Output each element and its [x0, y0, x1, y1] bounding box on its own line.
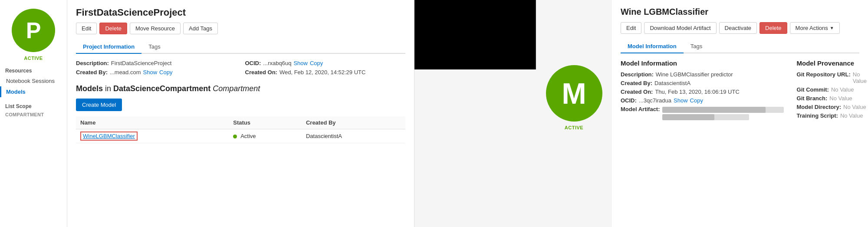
created-on-value: Wed, Feb 12, 2020, 14:52:29 UTC — [279, 69, 366, 76]
model-created-on-value: Thu, Feb 13, 2020, 16:06:19 UTC — [655, 89, 739, 95]
artifact-progress-fill-2 — [662, 114, 714, 120]
model-created-on-row: Created On: Thu, Feb 13, 2020, 16:06:19 … — [621, 89, 784, 95]
table-row: WineLGBMClassifier Active DatascientistA — [76, 129, 405, 143]
created-by-label: Created By: — [76, 69, 108, 76]
black-overlay — [414, 0, 536, 69]
model-name-cell: WineLGBMClassifier — [76, 129, 229, 143]
detail-delete-button[interactable]: Delete — [760, 22, 787, 34]
detail-download-button[interactable]: Download Model Artifact — [644, 22, 716, 34]
project-tabs: Project Information Tags — [76, 40, 405, 54]
created-by-show-link[interactable]: Show — [143, 69, 158, 76]
detail-content: Model Information Description: Wine LGBM… — [621, 59, 859, 122]
model-created-by-row: Created By: DatascientistA — [621, 80, 784, 86]
tab-model-information[interactable]: Model Information — [621, 40, 684, 53]
model-ocid-value: ...3qc7iradua — [639, 97, 671, 104]
resources-label: Resources — [0, 61, 67, 76]
sidebar: P ACTIVE Resources Notebook Sessions Mod… — [0, 0, 67, 227]
compartment-label: COMPARTMENT — [0, 111, 67, 118]
model-ocid-show-link[interactable]: Show — [674, 97, 688, 104]
training-script-row: Training Script: No Value — [797, 112, 867, 119]
sidebar-item-models[interactable]: Models — [0, 86, 67, 97]
git-branch-label: Git Branch: — [797, 95, 828, 102]
model-provenance-section: Model Provenance Git Repository URL: No … — [797, 59, 867, 122]
git-commit-value: No Value — [831, 86, 854, 93]
edit-button[interactable]: Edit — [76, 23, 97, 34]
model-created-by-cell: DatascientistA — [302, 129, 405, 143]
tab-project-information[interactable]: Project Information — [76, 40, 141, 54]
project-avatar: P — [12, 9, 55, 52]
model-status-cell: Active — [229, 129, 302, 143]
artifact-progress-bar-2 — [662, 114, 749, 120]
tab-model-tags[interactable]: Tags — [684, 40, 709, 53]
model-ocid-label: OCID: — [621, 97, 637, 104]
model-dir-label: Model Directory: — [797, 104, 842, 110]
project-status: ACTIVE — [24, 56, 43, 61]
tab-tags[interactable]: Tags — [141, 40, 167, 54]
detail-panel: Wine LGBMClassifier Edit Download Model … — [612, 0, 868, 227]
model-artifact-label: Model Artifact: — [621, 106, 660, 120]
model-info-section-title: Model Information — [621, 59, 784, 67]
detail-title: Wine LGBMClassifier — [621, 7, 859, 17]
model-provenance-section-title: Model Provenance — [797, 59, 867, 67]
main-left-panel: FirstDataScienceProject Edit Delete Move… — [67, 0, 414, 227]
model-created-on-label: Created On: — [621, 89, 653, 95]
status-dot-icon — [233, 135, 237, 138]
created-by-value: ...mead.com — [110, 69, 141, 76]
detail-more-actions-button[interactable]: More Actions ▼ — [790, 22, 840, 34]
model-ocid-row: OCID: ...3qc7iradua Show Copy — [621, 97, 784, 104]
sidebar-item-notebook-sessions[interactable]: Notebook Sessions — [0, 76, 67, 86]
model-dir-value: No Value — [843, 104, 866, 110]
ocid-show-link[interactable]: Show — [293, 60, 308, 66]
detail-deactivate-button[interactable]: Deactivate — [719, 22, 757, 34]
model-dir-row: Model Directory: No Value — [797, 104, 867, 110]
col-header-status: Status — [229, 116, 302, 129]
model-avatar-status: ACTIVE — [565, 125, 583, 130]
git-branch-value: No Value — [829, 95, 852, 102]
model-created-by-label: Created By: — [621, 80, 652, 86]
model-description-value: Wine LGBMClassifier predictor — [656, 71, 733, 78]
create-model-button[interactable]: Create Model — [76, 99, 122, 111]
description-row: Description: FirstDataScienceProject — [76, 60, 237, 66]
ocid-copy-link[interactable]: Copy — [310, 60, 323, 66]
model-artifact-row: Model Artifact: — [621, 106, 784, 120]
git-branch-row: Git Branch: No Value — [797, 95, 867, 102]
project-title: FirstDataScienceProject — [76, 7, 405, 18]
detail-tabs: Model Information Tags — [621, 40, 859, 53]
description-label: Description: — [76, 60, 109, 66]
created-on-row: Created On: Wed, Feb 12, 2020, 14:52:29 … — [245, 69, 406, 76]
model-info-section: Model Information Description: Wine LGBM… — [621, 59, 784, 122]
project-info-grid: Description: FirstDataScienceProject OCI… — [76, 60, 405, 76]
delete-button[interactable]: Delete — [99, 23, 127, 34]
chevron-down-icon: ▼ — [830, 26, 834, 30]
created-by-row: Created By: ...mead.com Show Copy — [76, 69, 237, 76]
ocid-value: ...rxabq6uq — [263, 60, 291, 66]
created-by-copy-link[interactable]: Copy — [159, 69, 172, 76]
model-description-row: Description: Wine LGBMClassifier predict… — [621, 71, 784, 78]
model-status-value: Active — [240, 133, 256, 139]
git-repo-row: Git Repository URL: No Value — [797, 71, 867, 84]
ocid-label: OCID: — [245, 60, 261, 66]
detail-edit-button[interactable]: Edit — [621, 22, 641, 34]
artifact-progress-bar — [662, 107, 784, 113]
description-value: FirstDataScienceProject — [111, 60, 171, 66]
col-header-created-by: Created By — [302, 116, 405, 129]
training-script-label: Training Script: — [797, 112, 838, 119]
ocid-row: OCID: ...rxabq6uq Show Copy — [245, 60, 406, 66]
git-repo-value: No Value — [853, 71, 867, 84]
models-heading: Models in DataScienceCompartment Compart… — [76, 84, 405, 93]
list-scope-label: List Scope — [0, 97, 67, 111]
training-script-value: No Value — [840, 112, 863, 119]
models-table: Name Status Created By WineLGBMClassifie… — [76, 116, 405, 143]
model-created-by-value: DatascientistA — [306, 133, 342, 139]
git-commit-row: Git Commit: No Value — [797, 86, 867, 93]
model-name-link[interactable]: WineLGBMClassifier — [80, 132, 138, 141]
git-commit-label: Git Commit: — [797, 86, 829, 93]
model-avatar: M — [546, 65, 602, 122]
artifact-progress-fill — [662, 107, 766, 113]
model-ocid-copy-link[interactable]: Copy — [690, 97, 703, 104]
add-tags-button[interactable]: Add Tags — [183, 23, 218, 34]
col-header-name: Name — [76, 116, 229, 129]
detail-toolbar: Edit Download Model Artifact Deactivate … — [621, 22, 859, 34]
created-on-label: Created On: — [245, 69, 277, 76]
move-resource-button[interactable]: Move Resource — [130, 23, 181, 34]
